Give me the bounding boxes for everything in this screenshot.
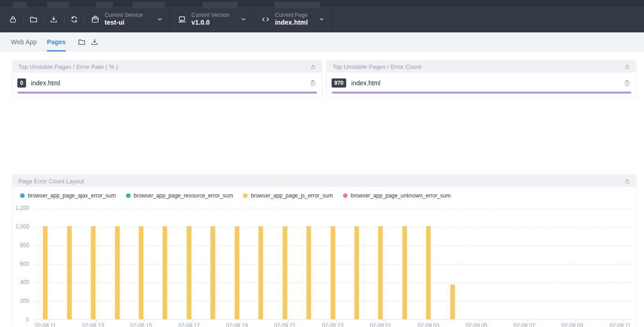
x-axis-tick-label: 02-08 19 — [226, 322, 248, 327]
chevron-down-icon[interactable] — [241, 16, 246, 22]
cropped-button[interactable] — [274, 2, 320, 8]
summary-cards-row: Top Unstable Pages / Error Rate ( % ) 0 … — [13, 61, 636, 97]
bar-browser_app_page_js_error_sum[interactable] — [331, 226, 335, 319]
cropped-button[interactable] — [47, 2, 69, 8]
current-service-text: Current Service test-ui — [105, 12, 143, 27]
bar-browser_app_page_js_error_sum[interactable] — [450, 285, 455, 319]
legend-item[interactable]: browser_app_page_resource_error_sum — [126, 192, 233, 199]
lock-icon[interactable] — [624, 178, 630, 184]
current-page-text: Current Page index.html — [275, 12, 308, 27]
x-axis-tick-mark — [48, 320, 49, 322]
tab-web-app-label: Web App — [11, 38, 37, 46]
chart-legend: browser_app_page_ajax_error_sumbrowser_a… — [13, 187, 636, 199]
cropped-button[interactable] — [13, 2, 26, 8]
bar-browser_app_page_js_error_sum[interactable] — [67, 226, 72, 319]
toolbar-divider — [64, 14, 64, 24]
bar-browser_app_page_js_error_sum[interactable] — [187, 226, 191, 319]
bar-browser_app_page_js_error_sum[interactable] — [115, 226, 120, 319]
bar-browser_app_page_js_error_sum[interactable] — [211, 226, 215, 319]
chart-card-title: Page Error Count Layout — [18, 178, 84, 185]
bar-browser_app_page_js_error_sum[interactable] — [426, 226, 431, 319]
legend-item[interactable]: browser_app_page_js_error_sum — [243, 192, 333, 199]
chart-card: Page Error Count Layout browser_app_page… — [13, 175, 636, 327]
bar-browser_app_page_js_error_sum[interactable] — [43, 226, 48, 319]
y-axis-tick-label: 800 — [20, 242, 29, 249]
current-version-value: v1.0.0 — [191, 19, 229, 27]
lock-icon[interactable] — [8, 14, 18, 24]
current-service-value: test-ui — [105, 19, 143, 27]
x-axis-tick-mark — [192, 320, 193, 322]
x-axis-tick-label: 02-09 11 — [610, 322, 631, 327]
x-axis-tick-mark — [384, 320, 384, 322]
x-axis-tick-label: 02-09 01 — [370, 322, 391, 327]
legend-dot-icon — [343, 193, 348, 198]
legend-item[interactable]: browser_app_page_unknown_error_sum — [343, 192, 451, 199]
download-icon[interactable] — [49, 14, 59, 24]
bar-browser_app_page_js_error_sum[interactable] — [235, 226, 239, 319]
x-axis-tick-mark — [144, 320, 145, 322]
legend-label: browser_app_page_js_error_sum — [251, 192, 333, 199]
legend-label: browser_app_page_ajax_error_sum — [28, 192, 116, 199]
card-error-rate: Top Unstable Pages / Error Rate ( % ) 0 … — [13, 61, 322, 97]
tab-bar: Web App Pages — [0, 32, 644, 52]
bar-browser_app_page_js_error_sum[interactable] — [306, 226, 311, 319]
cropped-button[interactable] — [132, 2, 165, 8]
bar-browser_app_page_js_error_sum[interactable] — [354, 226, 359, 319]
folder-icon[interactable] — [29, 14, 39, 24]
lock-icon[interactable] — [624, 64, 630, 70]
chart-plot: 02004006008001,0001,200 — [33, 208, 632, 320]
current-page-selector[interactable]: Current Page index.html — [253, 6, 331, 32]
value-badge: 0 — [17, 78, 26, 88]
current-page-value: index.html — [275, 19, 308, 27]
tab-web-app[interactable]: Web App — [11, 32, 37, 52]
tab-tools — [77, 32, 102, 52]
lock-icon[interactable] — [310, 64, 316, 70]
cropped-button[interactable] — [96, 2, 113, 8]
current-version-label: Current Version — [191, 12, 229, 19]
download-icon[interactable] — [90, 37, 100, 47]
bar-browser_app_page_js_error_sum[interactable] — [283, 226, 287, 319]
bar-browser_app_page_js_error_sum[interactable] — [378, 226, 383, 319]
card-error-rate-header: Top Unstable Pages / Error Rate ( % ) — [13, 61, 322, 73]
card-error-count-header: Top Unstable Pages / Error Count — [327, 61, 636, 73]
bar-browser_app_page_js_error_sum[interactable] — [259, 226, 263, 319]
tab-pages-label: Pages — [47, 38, 66, 46]
clipboard-icon[interactable] — [624, 79, 630, 87]
x-axis-tick-label: 02-08 15 — [130, 322, 152, 327]
chevron-down-icon[interactable] — [319, 16, 324, 22]
clipboard-icon[interactable] — [310, 79, 316, 87]
tab-pages[interactable]: Pages — [47, 32, 66, 52]
chart-card-header: Page Error Count Layout — [13, 175, 636, 187]
refresh-icon[interactable] — [69, 14, 79, 24]
x-axis-tick-label: 02-09 03 — [418, 322, 439, 327]
folder-icon[interactable] — [77, 37, 87, 47]
legend-dot-icon — [126, 193, 131, 198]
chart-plot-wrap: 02004006008001,0001,200 02-08 1102-08 13… — [33, 208, 632, 327]
page-row: 970 index.html — [332, 78, 631, 88]
card-error-count: Top Unstable Pages / Error Count 970 ind… — [327, 61, 636, 97]
bar-browser_app_page_js_error_sum[interactable] — [91, 226, 95, 319]
rank-bar — [332, 92, 631, 93]
x-axis-tick-mark — [432, 320, 432, 322]
page-name: index.html — [351, 79, 380, 87]
legend-item[interactable]: browser_app_page_ajax_error_sum — [20, 192, 116, 199]
y-axis-tick-label: 600 — [20, 261, 29, 267]
current-version-selector[interactable]: Current Version v1.0.0 — [169, 6, 253, 32]
top-cropped-strip — [0, 0, 644, 6]
bar-browser_app_page_js_error_sum[interactable] — [402, 226, 407, 319]
x-axis-tick-mark — [336, 320, 337, 322]
y-axis-tick-label: 1,000 — [16, 223, 29, 230]
y-axis-tick-label: 400 — [20, 279, 29, 285]
bar-browser_app_page_js_error_sum[interactable] — [139, 226, 143, 319]
current-page-label: Current Page — [275, 12, 308, 19]
y-axis-tick-label: 0 — [26, 317, 29, 323]
x-axis-tick-mark — [240, 320, 241, 322]
cropped-button[interactable] — [202, 2, 238, 8]
chevron-down-icon[interactable] — [157, 16, 163, 22]
current-service-selector[interactable]: Current Service test-ui — [90, 6, 169, 32]
page-row: 0 index.html — [17, 78, 317, 88]
toolbar-divider — [331, 6, 332, 32]
bar-browser_app_page_js_error_sum[interactable] — [163, 226, 167, 319]
toolbar-icon-group — [0, 6, 90, 32]
x-axis-tick-label: 02-09 05 — [465, 322, 487, 327]
